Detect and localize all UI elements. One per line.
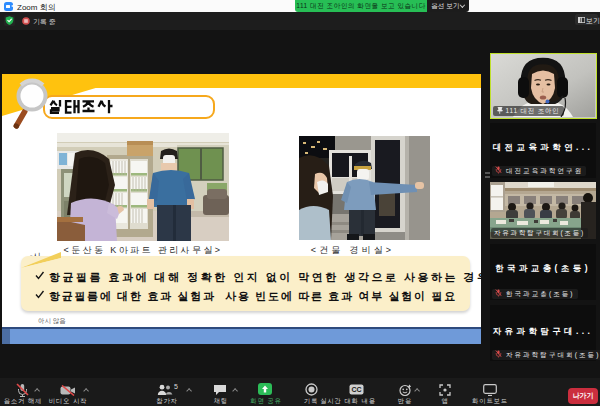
svg-text:CC: CC [351,386,361,393]
